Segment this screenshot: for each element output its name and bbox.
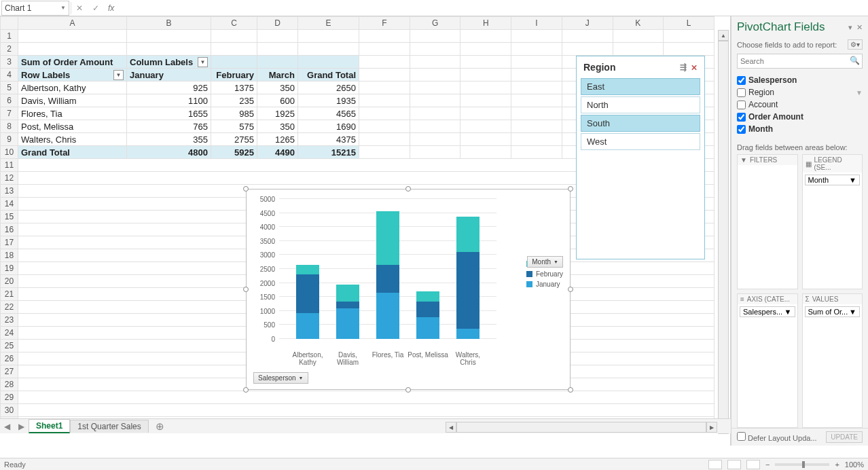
defer-layout-checkbox[interactable]: Defer Layout Upda... bbox=[737, 432, 817, 442]
scrollbar-track[interactable] bbox=[718, 41, 729, 423]
row-header[interactable]: 27 bbox=[1, 365, 18, 378]
pivot-cell[interactable]: 600 bbox=[257, 94, 298, 107]
field-search-input[interactable] bbox=[737, 54, 863, 69]
field-checkbox[interactable] bbox=[737, 125, 746, 134]
pivot-row-name[interactable]: Flores, Tia bbox=[18, 107, 127, 120]
slicer-item[interactable]: South bbox=[581, 115, 700, 132]
page-break-view-button[interactable] bbox=[746, 460, 760, 469]
row-header[interactable]: 17 bbox=[1, 236, 18, 249]
row-header[interactable]: 12 bbox=[1, 172, 18, 185]
row-header[interactable]: 20 bbox=[1, 275, 18, 288]
pivot-cell[interactable]: 355 bbox=[127, 133, 211, 146]
pivot-cell[interactable]: 1265 bbox=[257, 133, 298, 146]
bar-segment[interactable] bbox=[416, 302, 439, 318]
col-header[interactable]: B bbox=[127, 17, 211, 30]
panel-settings-button[interactable]: ⚙▾ bbox=[848, 39, 863, 50]
row-header[interactable]: 8 bbox=[1, 120, 18, 133]
normal-view-button[interactable] bbox=[708, 460, 722, 469]
pivot-cell[interactable]: 765 bbox=[127, 120, 211, 133]
pivot-month-header[interactable]: March bbox=[257, 69, 298, 82]
row-labels-filter-icon[interactable]: ▼ bbox=[113, 70, 124, 80]
col-header[interactable]: A bbox=[18, 17, 127, 30]
bar-segment[interactable] bbox=[456, 217, 480, 252]
field-filter-icon[interactable]: ▼ bbox=[856, 89, 863, 96]
row-header[interactable]: 4 bbox=[1, 69, 18, 82]
col-header[interactable]: J bbox=[562, 17, 613, 30]
bar-segment[interactable] bbox=[296, 313, 319, 339]
scroll-left-icon[interactable]: ◀ bbox=[446, 422, 456, 433]
pivot-chart[interactable]: 0500100015002000250030003500400045005000… bbox=[246, 189, 571, 390]
pivot-month-header[interactable]: January bbox=[127, 69, 211, 82]
pivot-cell[interactable]: 2755 bbox=[211, 133, 257, 146]
zoom-in-button[interactable]: + bbox=[835, 460, 839, 469]
pivot-cell[interactable]: 985 bbox=[211, 107, 257, 120]
slicer-item[interactable]: West bbox=[581, 133, 700, 150]
row-header[interactable]: 11 bbox=[1, 159, 18, 172]
chart-plot-area[interactable]: 0500100015002000250030003500400045005000… bbox=[279, 199, 496, 339]
field-list-item[interactable]: Account bbox=[737, 98, 863, 111]
row-header[interactable]: 7 bbox=[1, 107, 18, 120]
pivot-row-name[interactable]: Walters, Chris bbox=[18, 133, 127, 146]
field-list-item[interactable]: Order Amount bbox=[737, 111, 863, 123]
field-list-item[interactable]: Region▼ bbox=[737, 86, 863, 98]
stacked-bar[interactable] bbox=[296, 265, 319, 339]
row-header[interactable]: 24 bbox=[1, 327, 18, 340]
row-header[interactable]: 15 bbox=[1, 211, 18, 223]
bar-segment[interactable] bbox=[376, 211, 399, 265]
sheet-tab[interactable]: 1st Quarter Sales bbox=[70, 420, 148, 433]
scroll-up-icon[interactable]: ▲ bbox=[718, 30, 729, 41]
row-header[interactable]: 18 bbox=[1, 249, 18, 262]
row-header[interactable]: 2 bbox=[1, 43, 18, 56]
pivot-cell[interactable]: 1925 bbox=[257, 107, 298, 120]
pivot-row-name[interactable]: Albertson, Kathy bbox=[18, 82, 127, 94]
pivot-cell[interactable]: 1100 bbox=[127, 94, 211, 107]
stacked-bar[interactable] bbox=[456, 217, 480, 339]
stacked-bar[interactable] bbox=[416, 291, 439, 339]
multi-select-icon[interactable]: ⇶ bbox=[680, 62, 687, 72]
panel-dropdown-icon[interactable]: ▾ bbox=[848, 23, 852, 32]
pivot-cell[interactable]: 575 bbox=[211, 120, 257, 133]
enter-formula-button[interactable]: ✓ bbox=[88, 3, 104, 13]
pivot-row-labels[interactable]: Row Labels▼ bbox=[18, 69, 127, 82]
pivot-grand-label[interactable]: Grand Total bbox=[18, 146, 127, 159]
stacked-bar[interactable] bbox=[336, 285, 359, 339]
pivot-col-labels[interactable]: Column Labels▼ bbox=[127, 56, 211, 69]
pivot-cell[interactable]: 2650 bbox=[298, 82, 359, 94]
field-checkbox[interactable] bbox=[737, 101, 746, 109]
formula-input[interactable] bbox=[118, 1, 868, 16]
area-chip[interactable]: Sum of Or...▼ bbox=[805, 306, 861, 317]
pivot-grand[interactable]: 4490 bbox=[257, 146, 298, 159]
pivot-month-header[interactable]: Grand Total bbox=[298, 69, 359, 82]
pivot-cell[interactable]: 350 bbox=[257, 82, 298, 94]
row-header[interactable]: 30 bbox=[1, 404, 18, 417]
name-box-dropdown-icon[interactable]: ▼ bbox=[60, 5, 66, 11]
field-checkbox[interactable] bbox=[737, 76, 746, 85]
values-area[interactable]: ΣVALUES Sum of Or...▼ bbox=[802, 293, 863, 429]
row-header[interactable]: 28 bbox=[1, 378, 18, 391]
chart-axis-field-button[interactable]: Salesperson▼ bbox=[253, 372, 308, 384]
pivot-row-name[interactable]: Davis, William bbox=[18, 94, 127, 107]
area-chip[interactable]: Salespers...▼ bbox=[740, 306, 795, 317]
col-header[interactable]: I bbox=[511, 17, 562, 30]
col-header[interactable]: E bbox=[298, 17, 359, 30]
row-header[interactable]: 13 bbox=[1, 185, 18, 198]
row-header[interactable]: 25 bbox=[1, 340, 18, 352]
bar-segment[interactable] bbox=[336, 302, 359, 308]
row-header[interactable]: 14 bbox=[1, 198, 18, 211]
pivot-cell[interactable]: 1655 bbox=[127, 107, 211, 120]
pivot-cell[interactable]: 350 bbox=[257, 120, 298, 133]
bar-segment[interactable] bbox=[376, 293, 399, 339]
pivot-grand[interactable]: 4800 bbox=[127, 146, 211, 159]
zoom-level[interactable]: 100% bbox=[845, 460, 864, 469]
row-header[interactable]: 29 bbox=[1, 391, 18, 404]
row-header[interactable]: 1 bbox=[1, 30, 18, 43]
name-box[interactable]: Chart 1 ▼ bbox=[1, 1, 69, 16]
filters-area[interactable]: ▼FILTERS bbox=[737, 154, 798, 289]
close-panel-icon[interactable]: ✕ bbox=[856, 23, 863, 32]
pivot-cell[interactable]: 1935 bbox=[298, 94, 359, 107]
pivot-corner[interactable]: Sum of Order Amount bbox=[18, 56, 127, 69]
sheet-tab-active[interactable]: Sheet1 bbox=[29, 419, 70, 433]
stacked-bar[interactable] bbox=[376, 211, 399, 339]
row-header[interactable]: 16 bbox=[1, 223, 18, 236]
pivot-cell[interactable]: 4565 bbox=[298, 107, 359, 120]
